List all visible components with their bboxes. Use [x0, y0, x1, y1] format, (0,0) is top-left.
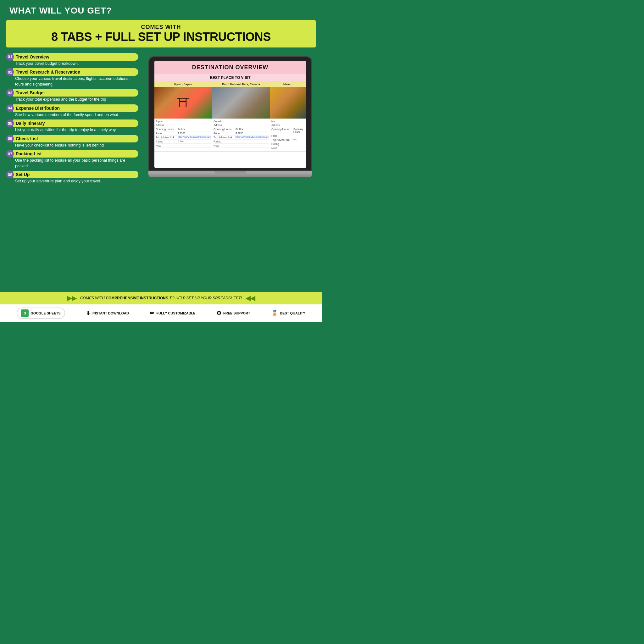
google-sheets-icon: S — [21, 309, 29, 317]
ss-col-header-2: Banff National Park, Canada — [212, 82, 270, 87]
tab-label-text-8: Set Up — [13, 171, 138, 178]
header: WHAT WILL YOU GET? — [0, 0, 322, 18]
bottom-bar-text: COMES WITH COMPREHENSIVE INSTRUCTIONS TO… — [80, 296, 242, 300]
tab-item-1: 01 Travel Overview Track your travel bud… — [6, 53, 138, 67]
ss-row-address-1: Adress — [156, 123, 211, 127]
ss-col-img-1 — [154, 87, 212, 119]
ss-columns: Kyoto, Japan Japan Adress Opening Hours … — [154, 82, 306, 152]
arrow-left-icon: ▶▶ — [67, 294, 76, 302]
laptop-screen-inner: DESTINATION OVERVIEW BEST PLACE TO VISIT… — [154, 61, 306, 168]
ss-subtitle: BEST PLACE TO VISIT — [154, 74, 306, 82]
tab-desc-2: Choose your various travel destinations,… — [6, 76, 138, 87]
ss-img-1 — [154, 87, 212, 119]
badge-label-4: FREE SUPPORT — [223, 311, 250, 315]
ss-row-rating-1: Rating 5 Star — [156, 140, 211, 144]
banner-bottom-line: 8 TABS + FULL SET UP INSTRUCTIONS — [14, 31, 308, 44]
tab-desc-7: Use the packing list to ensure all your … — [6, 158, 138, 169]
spreadsheet: DESTINATION OVERVIEW BEST PLACE TO VISIT… — [154, 61, 306, 152]
bottom-bar-bold: COMPREHENSIVE INSTRUCTIONS — [106, 296, 168, 300]
badge-icon-2: ⬇ — [86, 310, 91, 317]
tab-label-text-7: Packing List — [13, 150, 138, 158]
tab-list: 01 Travel Overview Track your travel bud… — [6, 53, 138, 276]
ss-row-address-3: Adress — [271, 123, 305, 127]
badge-icon-3: ✏ — [150, 310, 154, 317]
laptop: DESTINATION OVERVIEW BEST PLACE TO VISIT… — [148, 56, 312, 177]
banner-top-line: COMES WITH — [14, 24, 308, 31]
ss-img-2 — [212, 87, 270, 119]
ss-col-1: Kyoto, Japan Japan Adress Opening Hours … — [154, 82, 212, 151]
tab-item-2: 02 Travel Research & Reservation Choose … — [6, 68, 138, 87]
tab-number-8: 08 — [6, 171, 14, 178]
ss-row-address-2: Adress — [214, 123, 269, 127]
footer-badge-1: SGoogle Sheets — [17, 308, 65, 319]
tab-label-row-2: 02 Travel Research & Reservation — [6, 68, 138, 76]
ss-row-hours-3: Opening Hours Opening Hours — [271, 127, 305, 134]
tab-desc-3: Track your total expenses and the budget… — [6, 97, 138, 103]
tab-number-4: 04 — [6, 104, 14, 112]
ss-row-price-3: Price — [271, 134, 305, 138]
ss-row-note-2: Note — [214, 144, 269, 148]
ss-row-rating-3: Rating — [271, 142, 305, 146]
tab-label-text-5: Daily Itinerary — [13, 119, 138, 127]
tab-item-3: 03 Travel Budget Track your total expens… — [6, 89, 138, 103]
ss-col-data-1: Japan Adress Opening Hours 24 hrs Price … — [154, 119, 212, 149]
laptop-base — [148, 171, 312, 177]
tab-item-4: 04 Expense Distribution See how various … — [6, 104, 138, 118]
ss-row-note-3: Note — [271, 146, 305, 150]
ss-row-country-2: Canada — [214, 119, 269, 123]
tab-number-1: 01 — [6, 53, 14, 61]
tab-item-6: 06 Check List Have your checklist to ens… — [6, 135, 138, 148]
footer-badge-4: ⚙FREE SUPPORT — [216, 310, 250, 317]
badge-label-3: FULLY CUSTOMIZABLE — [156, 311, 195, 315]
ss-col-header-1: Kyoto, Japan — [154, 82, 212, 87]
bottom-bar: ▶▶ COMES WITH COMPREHENSIVE INSTRUCTIONS… — [0, 292, 322, 304]
ss-row-rating-2: Rating — [214, 140, 269, 144]
ss-col-data-2: Canada Adress Opening Hours 24 Hrs Price… — [212, 119, 270, 149]
tab-desc-4: See how various members of the family sp… — [6, 112, 138, 118]
tab-label-row-7: 07 Packing List — [6, 150, 138, 158]
ss-row-advisor-1: Trip Advisor link https://www.tripadviso… — [156, 136, 211, 140]
tab-label-text-2: Travel Research & Reservation — [13, 68, 138, 76]
tab-label-row-6: 06 Check List — [6, 135, 138, 142]
ss-title: DESTINATION OVERVIEW — [154, 61, 306, 74]
tab-label-text-3: Travel Budget — [13, 89, 138, 97]
badge-icon-4: ⚙ — [216, 310, 221, 317]
tab-label-row-5: 05 Daily Itinerary — [6, 119, 138, 127]
badge-label-5: BEST QUALITY — [280, 311, 305, 315]
tab-desc-5: List your daily activities for the trip … — [6, 127, 138, 133]
ss-col-img-3 — [270, 87, 306, 119]
ss-row-country-1: Japan — [156, 119, 211, 123]
ss-row-country-3: Ma — [271, 119, 305, 123]
footer-badge-3: ✏FULLY CUSTOMIZABLE — [150, 310, 195, 317]
tab-number-2: 02 — [6, 68, 14, 76]
ss-col-header-3: Maas... — [270, 82, 306, 87]
ss-row-price-2: Price $ $250 — [214, 131, 269, 136]
ss-img-3 — [270, 87, 306, 119]
tab-label-text-4: Expense Distribution — [13, 104, 138, 112]
tab-number-3: 03 — [6, 89, 14, 97]
laptop-area: DESTINATION OVERVIEW BEST PLACE TO VISIT… — [145, 53, 316, 276]
ss-row-advisor-3: Trip Advisor link http... — [271, 138, 305, 142]
tab-label-row-4: 04 Expense Distribution — [6, 104, 138, 112]
tab-desc-8: Set up your adventure plan and enjoy you… — [6, 179, 138, 184]
tab-label-row-3: 03 Travel Budget — [6, 89, 138, 97]
tab-number-7: 07 — [6, 150, 14, 158]
tab-label-row-1: 01 Travel Overview — [6, 53, 138, 61]
tab-desc-1: Track your travel budget breakdown. — [6, 61, 138, 67]
ss-col-img-2 — [212, 87, 270, 119]
tab-item-5: 05 Daily Itinerary List your daily activ… — [6, 119, 138, 133]
footer-badge-5: 🏅BEST QUALITY — [271, 310, 305, 317]
badge-icon-5: 🏅 — [271, 310, 278, 317]
tab-label-text-1: Travel Overview — [13, 53, 138, 61]
tab-number-6: 06 — [6, 135, 14, 142]
arrow-right-icon: ◀◀ — [246, 294, 255, 302]
google-sheets-label: Google Sheets — [31, 311, 60, 315]
footer: SGoogle Sheets⬇INSTANT DOWNLOAD✏FULLY CU… — [0, 304, 322, 322]
tab-label-text-6: Check List — [13, 135, 138, 142]
tab-item-7: 07 Packing List Use the packing list to … — [6, 150, 138, 169]
ss-col-data-3: Ma Adress Opening Hours Opening Hours Pr… — [270, 119, 306, 151]
page-title: WHAT WILL YOU GET? — [9, 6, 313, 16]
ss-row-note-1: Note — [156, 144, 211, 148]
ss-row-hours-2: Opening Hours 24 Hrs — [214, 127, 269, 131]
tab-item-8: 08 Set Up Set up your adventure plan and… — [6, 171, 138, 184]
